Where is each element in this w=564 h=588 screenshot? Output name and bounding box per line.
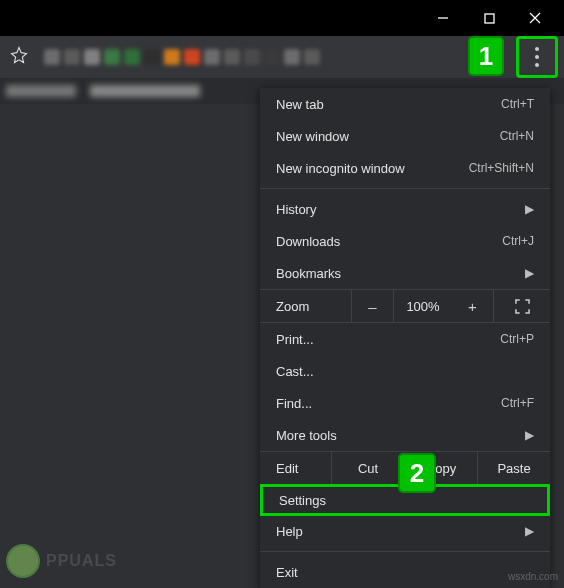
extension-icon[interactable] <box>144 49 160 65</box>
maximize-button[interactable] <box>466 2 512 34</box>
menu-label: New tab <box>276 97 324 112</box>
extension-icon[interactable] <box>44 49 60 65</box>
menu-label: Find... <box>276 396 312 411</box>
menu-item-new-window[interactable]: New window Ctrl+N <box>260 120 550 152</box>
menu-item-downloads[interactable]: Downloads Ctrl+J <box>260 225 550 257</box>
paste-button[interactable]: Paste <box>478 452 550 484</box>
menu-label: Print... <box>276 332 314 347</box>
chevron-right-icon: ▶ <box>525 266 534 280</box>
fullscreen-button[interactable] <box>494 299 550 314</box>
menu-shortcut: Ctrl+J <box>502 234 534 248</box>
zoom-in-button[interactable]: + <box>452 290 494 322</box>
menu-shortcut: Ctrl+N <box>500 129 534 143</box>
menu-item-new-tab[interactable]: New tab Ctrl+T <box>260 88 550 120</box>
watermark-text: PPUALS <box>46 552 117 570</box>
extension-icons <box>44 49 510 65</box>
extension-icon[interactable] <box>304 49 320 65</box>
watermark-logo-icon <box>6 544 40 578</box>
menu-label: Exit <box>276 565 298 580</box>
menu-label: History <box>276 202 316 217</box>
minimize-button[interactable] <box>420 2 466 34</box>
menu-item-help[interactable]: Help ▶ <box>260 515 550 547</box>
zoom-out-button[interactable]: – <box>352 290 394 322</box>
extension-icon[interactable] <box>204 49 220 65</box>
extension-icon[interactable] <box>124 49 140 65</box>
annotation-badge-2: 2 <box>400 455 434 491</box>
main-menu-button[interactable] <box>520 40 554 74</box>
menu-label: Settings <box>279 493 326 508</box>
menu-item-bookmarks[interactable]: Bookmarks ▶ <box>260 257 550 289</box>
menu-label: More tools <box>276 428 337 443</box>
menu-label: New incognito window <box>276 161 405 176</box>
source-caption: wsxdn.com <box>508 571 558 582</box>
menu-shortcut: Ctrl+T <box>501 97 534 111</box>
menu-shortcut: Ctrl+F <box>501 396 534 410</box>
menu-label: Bookmarks <box>276 266 341 281</box>
chevron-right-icon: ▶ <box>525 428 534 442</box>
menu-item-zoom: Zoom – 100% + <box>260 289 550 323</box>
extension-icon[interactable] <box>244 49 260 65</box>
chevron-right-icon: ▶ <box>525 524 534 538</box>
svg-rect-1 <box>485 14 494 23</box>
extension-icon[interactable] <box>284 49 300 65</box>
bookmark-item[interactable] <box>90 85 200 97</box>
edit-label: Edit <box>260 452 332 484</box>
annotation-badge-1: 1 <box>470 38 502 74</box>
menu-item-print[interactable]: Print... Ctrl+P <box>260 323 550 355</box>
menu-item-cast[interactable]: Cast... <box>260 355 550 387</box>
extension-icon[interactable] <box>84 49 100 65</box>
menu-separator <box>260 551 550 552</box>
watermark: PPUALS <box>6 544 117 578</box>
menu-label: Cast... <box>276 364 314 379</box>
bookmark-item[interactable] <box>6 85 76 97</box>
titlebar <box>0 0 564 36</box>
menu-label: Downloads <box>276 234 340 249</box>
menu-label: New window <box>276 129 349 144</box>
menu-item-exit[interactable]: Exit <box>260 556 550 588</box>
close-button[interactable] <box>512 2 558 34</box>
menu-item-find[interactable]: Find... Ctrl+F <box>260 387 550 419</box>
zoom-value: 100% <box>394 299 452 314</box>
cut-button[interactable]: Cut <box>332 452 405 484</box>
menu-item-history[interactable]: History ▶ <box>260 193 550 225</box>
menu-item-more-tools[interactable]: More tools ▶ <box>260 419 550 451</box>
menu-separator <box>260 188 550 189</box>
main-menu: New tab Ctrl+T New window Ctrl+N New inc… <box>260 88 550 588</box>
extension-icon[interactable] <box>224 49 240 65</box>
extension-icon[interactable] <box>264 49 280 65</box>
extension-icon[interactable] <box>164 49 180 65</box>
menu-item-new-incognito[interactable]: New incognito window Ctrl+Shift+N <box>260 152 550 184</box>
menu-shortcut: Ctrl+P <box>500 332 534 346</box>
extension-icon[interactable] <box>184 49 200 65</box>
chevron-right-icon: ▶ <box>525 202 534 216</box>
highlight-step-1 <box>516 36 558 78</box>
zoom-label: Zoom <box>260 290 352 322</box>
menu-shortcut: Ctrl+Shift+N <box>469 161 534 175</box>
extension-icon[interactable] <box>104 49 120 65</box>
bookmark-star-icon[interactable] <box>10 46 28 68</box>
extension-icon[interactable] <box>64 49 80 65</box>
browser-window: 1 New tab Ctrl+T New window Ctrl+N New i… <box>0 0 564 588</box>
menu-label: Help <box>276 524 303 539</box>
